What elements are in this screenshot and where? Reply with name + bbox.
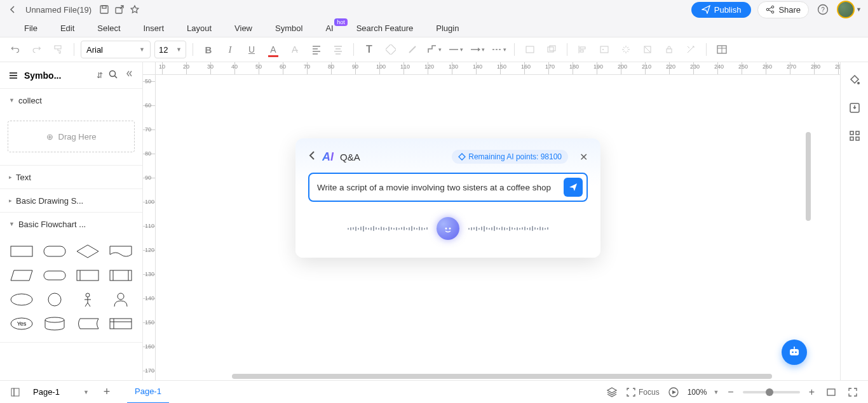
help-icon[interactable]: ?: [815, 2, 831, 17]
outline-toggle-button[interactable]: [8, 385, 23, 400]
zoom-slider[interactable]: [743, 391, 800, 393]
page-select[interactable]: Page-1 ▼: [29, 385, 93, 400]
ai-send-button[interactable]: [564, 178, 583, 197]
align-center-button[interactable]: [329, 41, 347, 58]
connector-button[interactable]: ▾: [425, 41, 443, 58]
ruler-horizontal[interactable]: 1020304050607080901001101201301401501601…: [156, 62, 840, 75]
clear-format-button[interactable]: A̶: [286, 41, 304, 58]
shape-user[interactable]: [107, 290, 135, 309]
export-icon[interactable]: [112, 2, 127, 17]
star-icon[interactable]: [127, 2, 142, 17]
shape-rounded[interactable]: [41, 242, 69, 261]
menu-edit[interactable]: Edit: [49, 23, 86, 33]
fit-page-button[interactable]: [824, 385, 839, 400]
collapse-sidebar-button[interactable]: [126, 69, 135, 82]
align-objects-button[interactable]: [574, 41, 592, 58]
presentation-button[interactable]: [666, 385, 681, 400]
menu-select[interactable]: Select: [86, 23, 132, 33]
canvas-vertical-scrollbar-thumb[interactable]: [806, 132, 811, 221]
zoom-slider-thumb[interactable]: [766, 388, 773, 396]
menu-insert[interactable]: Insert: [132, 23, 176, 33]
canvas-vertical-scrollbar-track[interactable]: [806, 132, 811, 348]
ai-back-button[interactable]: [308, 150, 316, 164]
arrow-style-button[interactable]: ▾: [468, 41, 486, 58]
save-icon[interactable]: [97, 2, 112, 17]
shape-fill-button[interactable]: [382, 41, 400, 58]
shape-ellipse[interactable]: [8, 290, 36, 309]
menu-view[interactable]: View: [223, 23, 264, 33]
ai-points-badge[interactable]: Remaining AI points: 98100: [452, 150, 568, 164]
undo-button[interactable]: [6, 41, 24, 58]
drag-here-zone[interactable]: ⊕ Drag Here: [8, 121, 135, 152]
bold-button[interactable]: B: [200, 41, 217, 58]
ruler-vertical[interactable]: 5060708090100110120130140150160170: [143, 75, 156, 380]
add-page-button[interactable]: +: [99, 385, 114, 400]
shape-document[interactable]: [107, 242, 135, 261]
shape-internal-storage[interactable]: [107, 314, 135, 333]
shape-yes-label[interactable]: Yes: [8, 314, 36, 333]
search-library-button[interactable]: [108, 69, 118, 82]
fullscreen-button[interactable]: [845, 385, 860, 400]
lock-button[interactable]: [660, 41, 678, 58]
share-button[interactable]: Share: [757, 1, 809, 18]
section-header-basic-flowchart[interactable]: ▼ Basic Flowchart ...: [0, 213, 142, 235]
format-painter-button[interactable]: [50, 41, 67, 58]
shape-predefined2[interactable]: [107, 266, 135, 285]
focus-button[interactable]: Focus: [626, 385, 660, 400]
clip-button[interactable]: [639, 41, 656, 58]
align-left-button[interactable]: [308, 41, 325, 58]
shape-circle[interactable]: [41, 290, 69, 309]
line-dash-button[interactable]: ▾: [490, 41, 508, 58]
sidebar-scroll[interactable]: ▼ collect ⊕ Drag Here ▸ Text ▸ Basic Dra…: [0, 89, 142, 380]
shape-decision[interactable]: [74, 242, 102, 261]
canvas-horizontal-scrollbar[interactable]: [232, 374, 772, 379]
tools-button[interactable]: [682, 41, 700, 58]
layers-button[interactable]: [604, 385, 620, 400]
shape-stored-data[interactable]: [74, 314, 102, 333]
shape-data[interactable]: [8, 266, 36, 285]
ai-chat-fab[interactable]: [782, 340, 807, 365]
avatar-caret-icon[interactable]: ▼: [856, 6, 862, 13]
shape-predefined1[interactable]: [74, 266, 102, 285]
text-tool-button[interactable]: T: [360, 41, 378, 58]
font-color-button[interactable]: A: [264, 41, 282, 58]
shape-terminator[interactable]: [41, 266, 69, 285]
zoom-out-button[interactable]: −: [725, 386, 736, 398]
insert-image-button[interactable]: [521, 41, 539, 58]
menu-plugin[interactable]: Plugin: [424, 23, 470, 33]
zoom-in-button[interactable]: +: [806, 386, 817, 398]
menu-layout[interactable]: Layout: [175, 23, 223, 33]
distribute-button[interactable]: [595, 41, 613, 58]
section-header-basic-drawing[interactable]: ▸ Basic Drawing S...: [0, 189, 142, 212]
section-header-text[interactable]: ▸ Text: [0, 166, 142, 188]
italic-button[interactable]: I: [221, 41, 239, 58]
page-tab-active[interactable]: Page-1: [127, 381, 169, 404]
insert-images-button[interactable]: [543, 41, 560, 58]
apps-panel-button[interactable]: [847, 128, 862, 143]
ai-close-button[interactable]: ✕: [580, 151, 588, 163]
section-header-collect[interactable]: ▼ collect: [0, 89, 142, 112]
canvas[interactable]: AI Q&A Remaining AI points: 98100 ✕: [156, 75, 840, 380]
table-tool-button[interactable]: [713, 41, 731, 58]
menu-ai[interactable]: AI hot: [314, 23, 344, 33]
file-name[interactable]: Unnamed File(19): [25, 5, 92, 15]
avatar[interactable]: [837, 1, 855, 18]
back-button[interactable]: [6, 5, 19, 14]
menu-symbol[interactable]: Symbol: [264, 23, 314, 33]
font-family-select[interactable]: Arial ▼: [81, 41, 151, 58]
export-panel-button[interactable]: [847, 100, 862, 116]
fill-panel-button[interactable]: [847, 72, 862, 88]
menu-file[interactable]: File: [13, 23, 49, 33]
shape-database[interactable]: [41, 314, 69, 333]
zoom-caret-icon[interactable]: ▼: [713, 389, 719, 395]
shape-actor[interactable]: [74, 290, 102, 309]
zoom-value[interactable]: 100%: [688, 388, 707, 397]
menu-search-feature[interactable]: Search Feature: [345, 23, 425, 33]
redo-button[interactable]: [28, 41, 46, 58]
effects-button[interactable]: [617, 41, 635, 58]
expand-library-button[interactable]: ⇵: [97, 71, 103, 80]
underline-button[interactable]: U: [243, 41, 261, 58]
line-weight-button[interactable]: ▾: [447, 41, 465, 58]
pen-tool-button[interactable]: [403, 41, 421, 58]
ai-prompt-input[interactable]: [317, 178, 559, 197]
